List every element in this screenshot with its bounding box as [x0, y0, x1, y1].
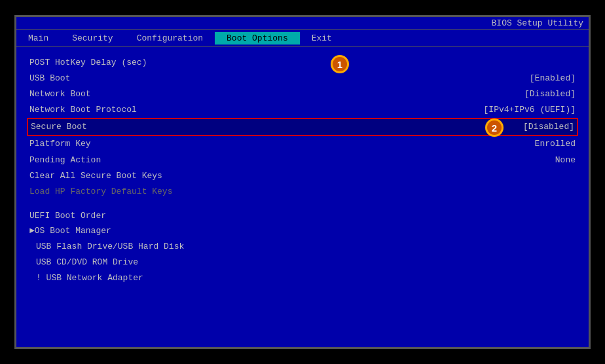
usb-flash-label: USB Flash Drive/USB Hard Disk: [36, 240, 184, 254]
boot-item-usb-cd[interactable]: USB CD/DVD ROM Drive: [29, 255, 576, 270]
pending-action-label: Pending Action: [29, 153, 101, 168]
usb-cd-label: USB CD/DVD ROM Drive: [36, 255, 138, 270]
menu-item-security[interactable]: Security: [60, 32, 124, 45]
bios-screen: BIOS Setup Utility Main Security Configu…: [14, 15, 591, 349]
platform-key-value: Enrolled: [535, 137, 576, 151]
menu-item-main[interactable]: Main: [16, 32, 60, 45]
usb-boot-label: USB Boot: [29, 71, 70, 86]
post-hotkey-label: POST HotKey Delay (sec): [29, 56, 147, 70]
network-boot-value: [Disabled]: [524, 87, 576, 101]
bios-title: BIOS Setup Utility: [492, 18, 583, 28]
boot-order-header: UEFI Boot Order: [29, 209, 576, 223]
setting-network-boot[interactable]: Network Boot [Disabled]: [29, 86, 576, 102]
setting-load-hp[interactable]: Load HP Factory Default Keys: [29, 184, 576, 200]
setting-usb-boot[interactable]: USB Boot [Enabled]: [29, 71, 576, 86]
menu-item-boot-options[interactable]: Boot Options: [215, 32, 300, 45]
network-boot-protocol-value: [IPv4+IPv6 (UEFI)]: [484, 103, 576, 117]
secure-boot-value: [Disabled]: [523, 120, 574, 134]
annotation-badge-2: 2: [485, 118, 504, 137]
load-hp-label: Load HP Factory Default Keys: [29, 185, 172, 199]
network-boot-protocol-label: Network Boot Protocol: [29, 103, 137, 117]
title-bar: BIOS Setup Utility: [16, 17, 589, 30]
boot-item-usb-network[interactable]: ! USB Network Adapter: [29, 270, 576, 286]
setting-pending-action[interactable]: Pending Action None: [29, 153, 576, 168]
bios-content: POST HotKey Delay (sec) USB Boot [Enable…: [16, 47, 589, 294]
setting-post-hotkey[interactable]: POST HotKey Delay (sec): [29, 55, 576, 71]
usb-boot-value: [Enabled]: [530, 71, 576, 86]
boot-item-usb-flash[interactable]: USB Flash Drive/USB Hard Disk: [29, 239, 576, 255]
boot-item-os-boot-manager[interactable]: ►OS Boot Manager: [29, 223, 576, 239]
menu-bar[interactable]: Main Security Configuration Boot Options…: [16, 30, 589, 47]
clear-keys-label: Clear All Secure Boot Keys: [29, 169, 162, 183]
network-boot-label: Network Boot: [29, 87, 91, 101]
secure-boot-label: Secure Boot: [31, 120, 87, 134]
setting-clear-keys[interactable]: Clear All Secure Boot Keys: [29, 168, 576, 184]
usb-network-label: ! USB Network Adapter: [36, 271, 143, 285]
annotation-badge-1: 1: [331, 55, 349, 73]
setting-network-boot-protocol[interactable]: Network Boot Protocol [IPv4+IPv6 (UEFI)]: [29, 102, 576, 118]
platform-key-label: Platform Key: [29, 137, 91, 151]
setting-platform-key[interactable]: Platform Key Enrolled: [29, 136, 576, 152]
os-boot-manager-label: ►OS Boot Manager: [29, 224, 111, 238]
pending-action-value: None: [555, 153, 576, 168]
menu-item-exit[interactable]: Exit: [300, 32, 344, 45]
menu-item-configuration[interactable]: Configuration: [125, 32, 215, 45]
